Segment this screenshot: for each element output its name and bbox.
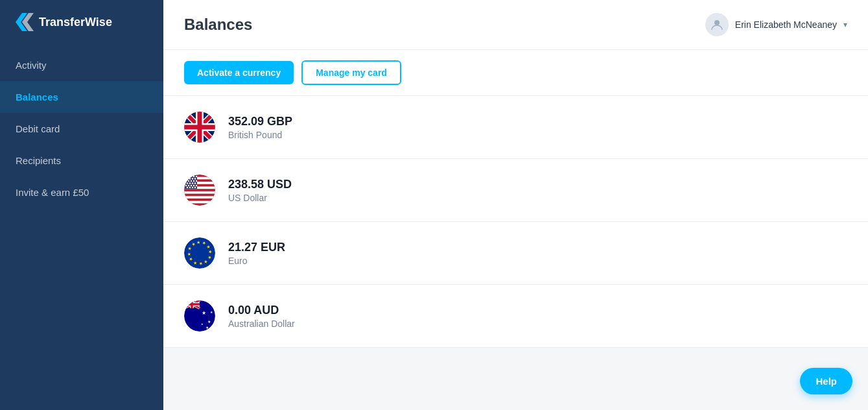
svg-point-19 <box>187 178 188 179</box>
svg-text:★: ★ <box>205 326 209 330</box>
svg-point-15 <box>188 176 189 177</box>
help-button[interactable]: Help <box>800 368 852 394</box>
flag-aud: ★ ★ ★ ★ ★ <box>184 300 215 332</box>
logo[interactable]: TransferWise <box>0 0 163 44</box>
user-avatar-icon <box>705 13 729 36</box>
user-name: Erin Elizabeth McNeaney <box>735 19 837 30</box>
flag-us-svg <box>184 175 215 206</box>
balance-amount-aud: 0.00 AUD <box>228 304 295 317</box>
svg-point-28 <box>187 182 188 184</box>
balance-item-aud[interactable]: ★ ★ ★ ★ ★ 0.00 AUD Australian Dollar <box>163 285 868 348</box>
page-title: Balances <box>184 16 252 34</box>
svg-rect-11 <box>184 196 215 199</box>
sidebar-item-debit-card[interactable]: Debit card <box>0 113 163 145</box>
svg-point-25 <box>191 180 192 182</box>
balance-list: 352.09 GBP British Pound <box>163 96 868 410</box>
svg-text:★: ★ <box>201 322 204 326</box>
balance-item-usd[interactable]: 238.58 USD US Dollar <box>163 159 868 222</box>
svg-point-36 <box>196 185 197 186</box>
svg-text:★: ★ <box>187 252 191 256</box>
svg-point-17 <box>193 176 194 177</box>
balance-name-gbp: British Pound <box>228 130 292 140</box>
activate-currency-button[interactable]: Activate a currency <box>184 61 294 84</box>
svg-text:★: ★ <box>207 320 211 324</box>
flag-eu-svg: ★ ★ ★ ★ ★ ★ ★ ★ ★ ★ ★ ★ <box>184 237 215 269</box>
sidebar-item-invite[interactable]: Invite & earn £50 <box>0 176 163 208</box>
balance-amount-usd: 238.58 USD <box>228 178 292 191</box>
main-content: Balances Erin Elizabeth McNeaney ▾ Activ… <box>163 0 868 410</box>
svg-point-34 <box>191 185 192 186</box>
svg-point-22 <box>194 178 196 179</box>
svg-text:★: ★ <box>202 310 206 316</box>
svg-point-24 <box>188 180 189 182</box>
balance-info-eur: 21.27 EUR Euro <box>228 241 285 266</box>
sidebar-item-recipients[interactable]: Recipients <box>0 145 163 176</box>
balance-info-gbp: 352.09 GBP British Pound <box>228 115 292 140</box>
svg-point-29 <box>189 182 191 184</box>
svg-point-33 <box>188 185 189 186</box>
sidebar: TransferWise Activity Balances Debit car… <box>0 0 163 410</box>
balance-name-aud: Australian Dollar <box>228 319 295 329</box>
balance-name-usd: US Dollar <box>228 193 292 203</box>
svg-point-37 <box>187 187 188 188</box>
svg-point-14 <box>185 176 187 177</box>
svg-point-18 <box>196 176 197 177</box>
balance-amount-gbp: 352.09 GBP <box>228 115 292 128</box>
flag-eur: ★ ★ ★ ★ ★ ★ ★ ★ ★ ★ ★ ★ <box>184 237 215 269</box>
svg-rect-10 <box>184 191 215 194</box>
flag-au-svg: ★ ★ ★ ★ ★ <box>184 300 215 332</box>
balance-item-gbp[interactable]: 352.09 GBP British Pound <box>163 96 868 159</box>
flag-gb-svg <box>184 112 215 143</box>
chevron-down-icon: ▾ <box>843 20 847 29</box>
svg-point-40 <box>194 187 196 188</box>
svg-text:★: ★ <box>208 250 213 254</box>
svg-rect-7 <box>184 177 215 180</box>
svg-text:★: ★ <box>196 240 200 245</box>
balance-info-aud: 0.00 AUD Australian Dollar <box>228 304 295 329</box>
svg-text:★: ★ <box>199 261 203 266</box>
svg-point-27 <box>196 180 197 182</box>
svg-point-38 <box>189 187 191 188</box>
svg-point-23 <box>185 180 187 182</box>
svg-point-26 <box>193 180 194 182</box>
svg-point-21 <box>192 178 193 179</box>
flag-usd <box>184 175 215 206</box>
svg-point-32 <box>185 185 187 186</box>
manage-card-button[interactable]: Manage my card <box>301 60 401 85</box>
logo-icon <box>16 13 34 31</box>
sidebar-nav: Activity Balances Debit card Recipients … <box>0 49 163 208</box>
svg-rect-13 <box>184 175 197 189</box>
svg-point-2 <box>714 20 720 25</box>
balance-info-usd: 238.58 USD US Dollar <box>228 178 292 203</box>
balance-amount-eur: 21.27 EUR <box>228 241 285 254</box>
flag-gbp <box>184 112 215 143</box>
action-bar: Activate a currency Manage my card <box>163 50 868 96</box>
svg-point-31 <box>194 182 196 184</box>
sidebar-item-balances[interactable]: Balances <box>0 81 163 113</box>
balance-name-eur: Euro <box>228 256 285 266</box>
svg-point-20 <box>189 178 191 179</box>
svg-rect-12 <box>184 201 215 204</box>
user-menu[interactable]: Erin Elizabeth McNeaney ▾ <box>705 13 847 36</box>
logo-text: TransferWise <box>39 16 112 29</box>
main-header: Balances Erin Elizabeth McNeaney ▾ <box>163 0 868 50</box>
sidebar-item-activity[interactable]: Activity <box>0 49 163 81</box>
svg-point-30 <box>192 182 193 184</box>
svg-point-35 <box>193 185 194 186</box>
svg-point-16 <box>191 176 192 177</box>
svg-point-39 <box>192 187 193 188</box>
balance-item-eur[interactable]: ★ ★ ★ ★ ★ ★ ★ ★ ★ ★ ★ ★ <box>163 222 868 285</box>
